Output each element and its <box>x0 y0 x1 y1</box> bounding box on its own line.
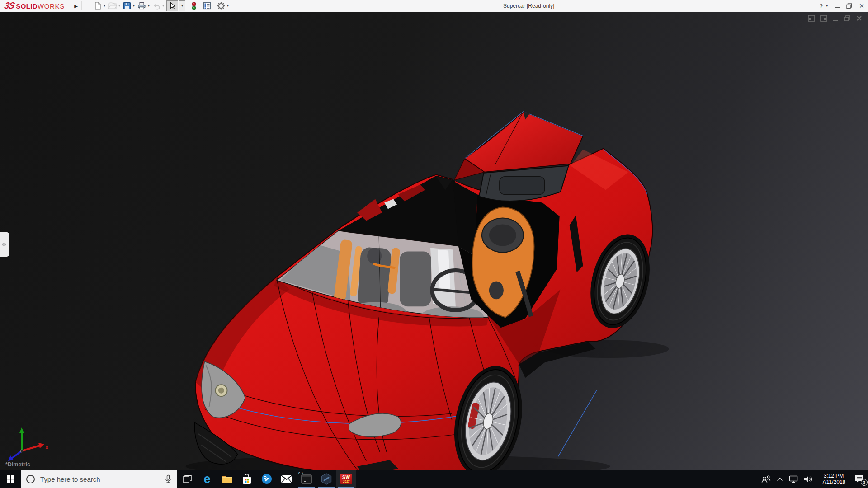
open-document-button[interactable]: ▾ <box>108 0 120 11</box>
titlebar: 3S SOLID WORKS ▶ ▾ ▾ <box>0 0 868 12</box>
document-title: Supercar [Read-only] <box>503 3 554 9</box>
taskbar-app-store[interactable] <box>237 470 257 488</box>
taskbar-clock[interactable]: 3:12 PM 7/11/2018 <box>819 473 849 485</box>
save-floppy-icon <box>123 1 132 10</box>
mail-icon <box>281 475 292 483</box>
pane-left-icon[interactable] <box>808 15 815 22</box>
hidden-icons-chevron[interactable] <box>777 477 783 481</box>
restore-button[interactable] <box>846 3 852 9</box>
edge-icon: e <box>203 473 210 485</box>
panel-tab-handle <box>2 243 6 246</box>
hexagon-tool-icon <box>321 473 332 485</box>
menu-flyout-arrow[interactable]: ▶ <box>72 0 80 12</box>
taskbar-app-mail[interactable] <box>277 470 297 488</box>
new-document-icon <box>93 1 102 10</box>
solidworks-2017-icon: SW 2017 <box>340 474 352 484</box>
properties-list-icon <box>203 1 212 10</box>
file-explorer-icon <box>222 474 232 483</box>
cmd-prompt-text: C:\ <box>298 472 304 475</box>
solidworks-logo: 3S SOLID WORKS <box>5 1 65 11</box>
clock-date: 7/11/2018 <box>819 479 849 485</box>
command-prompt-icon <box>301 474 312 484</box>
task-view-icon <box>183 475 192 483</box>
doc-close-button[interactable] <box>856 15 863 22</box>
stoplight-icon <box>190 1 198 11</box>
solidworks-window: 3S SOLID WORKS ▶ ▾ ▾ <box>0 0 868 488</box>
search-input[interactable] <box>39 475 159 483</box>
print-button[interactable]: ▾ <box>137 0 150 11</box>
window-controls: ? ▾ ✕ <box>819 0 864 12</box>
view-orientation-label: *Dimetric <box>5 461 30 468</box>
store-icon <box>242 474 252 484</box>
taskbar-search[interactable] <box>21 470 177 488</box>
taskbar-app-utility-hex[interactable] <box>316 470 336 488</box>
separator <box>70 1 70 10</box>
orientation-triad: X <box>5 423 54 466</box>
microphone-icon[interactable] <box>165 474 172 483</box>
triad-x-label: X <box>45 445 49 450</box>
windows-taskbar: e <box>0 470 868 488</box>
select-tool-button[interactable]: ▾ <box>166 0 188 11</box>
wrench-circle-icon <box>261 474 272 484</box>
doc-minimize-button[interactable] <box>832 15 839 22</box>
feature-panel-tab[interactable] <box>0 232 9 257</box>
pane-right-icon[interactable] <box>820 15 827 22</box>
network-icon[interactable] <box>789 475 798 483</box>
open-folder-icon <box>108 1 117 10</box>
action-center-button[interactable]: 3 <box>854 474 864 483</box>
minimize-button[interactable] <box>835 7 840 8</box>
clock-time: 3:12 PM <box>819 473 849 479</box>
standard-toolbar: ▾ ▾ ▾ <box>93 0 231 12</box>
notification-badge: 3 <box>861 479 868 486</box>
select-cursor-icon <box>168 1 177 10</box>
close-button[interactable]: ✕ <box>859 3 864 9</box>
taskbar-app-solidworks[interactable]: SW 2017 <box>336 470 356 488</box>
system-tray: 3:12 PM 7/11/2018 3 <box>761 470 868 488</box>
taskbar-app-file-explorer[interactable] <box>217 470 237 488</box>
undo-arrow-icon <box>152 1 161 10</box>
start-button[interactable] <box>0 470 21 488</box>
gear-icon <box>217 1 226 10</box>
printer-icon <box>137 1 146 10</box>
ds-logo-mark: 3S <box>3 0 15 11</box>
select-pressed-state[interactable] <box>166 0 178 11</box>
options-button[interactable]: ▾ <box>217 0 229 11</box>
help-button[interactable]: ? ▾ <box>819 3 828 9</box>
taskbar-app-cmd[interactable]: C:\ <box>297 470 316 488</box>
new-document-button[interactable]: ▾ <box>93 0 105 11</box>
volume-icon[interactable] <box>804 475 813 483</box>
3d-scene[interactable] <box>0 12 868 470</box>
taskbar-app-edge[interactable]: e <box>197 470 217 488</box>
cortana-icon <box>26 475 35 483</box>
select-flyout[interactable]: ▾ <box>179 0 185 11</box>
separator <box>81 1 82 10</box>
document-window-controls <box>808 15 863 22</box>
doc-restore-button[interactable] <box>844 15 851 22</box>
properties-button[interactable] <box>203 0 212 11</box>
taskbar-spacer <box>356 470 761 488</box>
save-button[interactable]: ▾ <box>123 0 135 11</box>
task-view-button[interactable] <box>177 470 197 488</box>
windows-logo-icon <box>7 475 14 483</box>
stoplight-button[interactable] <box>190 0 198 11</box>
undo-button[interactable]: ▾ <box>152 0 164 11</box>
taskbar-app-settings-wrench[interactable] <box>257 470 277 488</box>
people-icon[interactable] <box>761 475 771 483</box>
